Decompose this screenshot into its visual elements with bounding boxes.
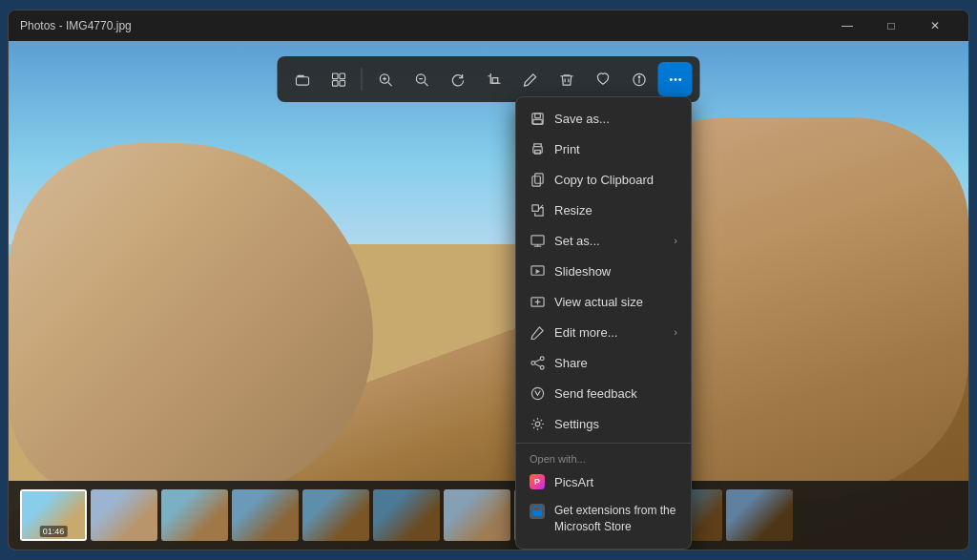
- save-as-label: Save as...: [554, 112, 677, 126]
- svg-line-44: [534, 363, 540, 366]
- rotate-button[interactable]: [441, 62, 475, 96]
- print-label: Print: [554, 142, 677, 156]
- svg-rect-47: [532, 510, 542, 516]
- menu-item-set-as[interactable]: Set as... ›: [516, 225, 691, 256]
- svg-rect-25: [534, 113, 540, 117]
- svg-rect-24: [531, 113, 542, 123]
- svg-rect-2: [332, 73, 338, 78]
- svg-rect-28: [534, 150, 540, 154]
- svg-rect-3: [339, 73, 344, 78]
- send-feedback-icon: [530, 385, 545, 401]
- svg-rect-5: [339, 80, 344, 86]
- svg-rect-30: [531, 176, 539, 185]
- menu-item-settings[interactable]: Settings: [516, 408, 691, 439]
- svg-point-40: [540, 356, 544, 360]
- copy-clipboard-label: Copy to Clipboard: [554, 173, 677, 187]
- window-title: Photos - IMG4770.jpg: [20, 19, 132, 32]
- store-icon: [530, 504, 545, 519]
- svg-rect-26: [532, 119, 541, 124]
- menu-item-resize[interactable]: Resize: [516, 195, 691, 225]
- share-icon: [530, 355, 545, 370]
- svg-point-20: [638, 75, 640, 77]
- thumb-time-1: 01:46: [40, 526, 68, 537]
- app-window: Photos - IMG4770.jpg — □ ✕: [8, 10, 969, 550]
- photo-view: [9, 41, 968, 550]
- svg-rect-15: [492, 77, 498, 83]
- svg-point-45: [531, 387, 543, 399]
- share-label: Share: [554, 356, 677, 370]
- svg-point-42: [530, 361, 534, 364]
- set-as-label: Set as...: [554, 234, 664, 248]
- menu-item-share[interactable]: Share: [516, 347, 691, 378]
- menu-item-view-actual[interactable]: View actual size: [516, 286, 691, 317]
- view-actual-icon: [530, 294, 545, 309]
- svg-rect-4: [332, 80, 338, 86]
- zoom-out-button[interactable]: [405, 62, 439, 96]
- svg-line-7: [387, 82, 391, 86]
- open-file-button[interactable]: [285, 62, 320, 96]
- filmstrip-thumb-4[interactable]: [232, 489, 299, 541]
- svg-point-21: [669, 78, 672, 81]
- send-feedback-label: Send feedback: [554, 386, 677, 401]
- svg-rect-33: [530, 235, 543, 243]
- filmstrip-thumb-11[interactable]: [726, 489, 793, 541]
- svg-rect-31: [531, 204, 538, 211]
- menu-separator: [516, 443, 691, 444]
- filmstrip-thumb-5[interactable]: [302, 489, 369, 541]
- menu-item-save-as[interactable]: Save as...: [516, 103, 691, 134]
- slideshow-icon: [530, 263, 545, 279]
- info-button[interactable]: [622, 62, 656, 96]
- svg-rect-1: [296, 76, 308, 84]
- svg-line-43: [534, 359, 540, 362]
- toolbar-divider-1: [362, 68, 363, 91]
- slideshow-label: Slideshow: [554, 264, 677, 279]
- close-button[interactable]: ✕: [913, 10, 957, 41]
- get-extensions-label: Get extensions from theMicrosoft Store: [554, 503, 677, 535]
- menu-item-copy-clipboard[interactable]: Copy to Clipboard: [516, 164, 691, 195]
- filmstrip: 01:46: [9, 481, 968, 550]
- svg-point-22: [674, 78, 676, 81]
- filmstrip-thumb-2[interactable]: [91, 489, 157, 541]
- settings-label: Settings: [554, 417, 677, 431]
- resize-label: Resize: [554, 203, 677, 218]
- window-controls: — □ ✕: [825, 10, 957, 41]
- settings-icon: [530, 416, 545, 431]
- menu-item-send-feedback[interactable]: Send feedback: [516, 378, 691, 408]
- svg-line-11: [424, 82, 427, 86]
- picsart-label: PicsArt: [554, 475, 677, 489]
- copy-clipboard-icon: [530, 172, 545, 187]
- print-icon: [530, 141, 545, 156]
- svg-point-23: [678, 78, 681, 81]
- title-bar: Photos - IMG4770.jpg — □ ✕: [9, 10, 968, 41]
- favorite-button[interactable]: [586, 62, 620, 96]
- toolbar: [278, 56, 700, 102]
- svg-point-46: [535, 422, 540, 426]
- delete-button[interactable]: [550, 62, 584, 96]
- svg-rect-29: [534, 173, 542, 182]
- set-as-icon: [530, 233, 545, 248]
- gallery-button[interactable]: [322, 62, 356, 96]
- menu-item-get-extensions[interactable]: Get extensions from theMicrosoft Store: [516, 497, 691, 543]
- filmstrip-thumb-6[interactable]: [373, 489, 440, 541]
- crop-button[interactable]: [477, 62, 511, 96]
- edit-more-arrow: ›: [674, 326, 677, 338]
- menu-item-picsart[interactable]: P PicsArt: [516, 467, 691, 497]
- filmstrip-thumb-7[interactable]: [444, 489, 510, 541]
- save-as-icon: [530, 111, 545, 126]
- zoom-in-button[interactable]: [368, 62, 403, 96]
- filmstrip-thumb-1[interactable]: 01:46: [20, 489, 87, 541]
- resize-icon: [530, 202, 545, 218]
- menu-item-edit-more[interactable]: Edit more... ›: [516, 317, 691, 347]
- svg-point-41: [540, 365, 544, 369]
- content-area: Save as... Print Copy to Clipboard: [9, 41, 968, 550]
- menu-item-slideshow[interactable]: Slideshow: [516, 256, 691, 286]
- menu-item-print[interactable]: Print: [516, 134, 691, 164]
- set-as-arrow: ›: [674, 235, 677, 246]
- maximize-button[interactable]: □: [869, 10, 913, 41]
- more-button[interactable]: [658, 62, 693, 96]
- edit-button[interactable]: [513, 62, 548, 96]
- edit-more-icon: [530, 324, 545, 340]
- edit-more-label: Edit more...: [554, 325, 664, 340]
- filmstrip-thumb-3[interactable]: [161, 489, 228, 541]
- minimize-button[interactable]: —: [825, 10, 869, 41]
